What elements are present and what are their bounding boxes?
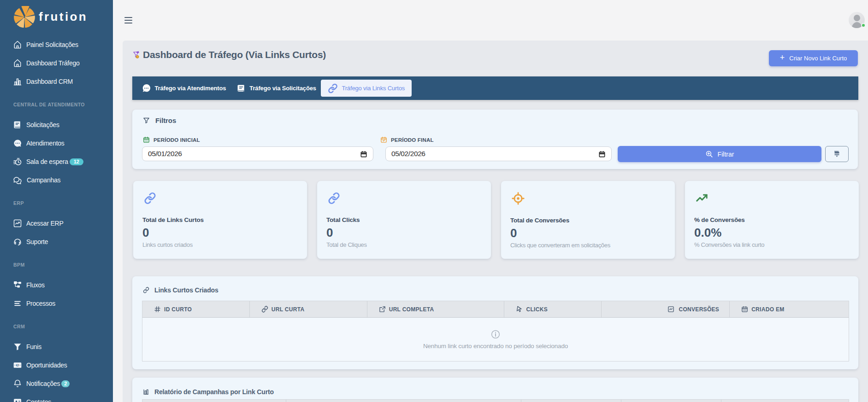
svg-text:$: $ (17, 363, 18, 367)
